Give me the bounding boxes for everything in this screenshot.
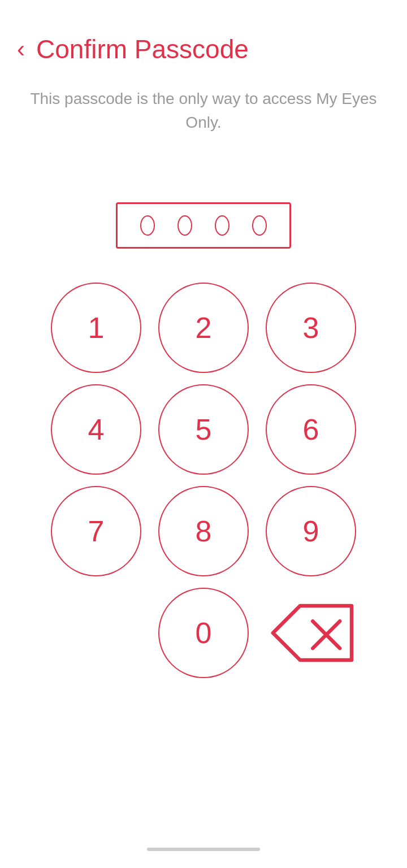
key-5[interactable]: 5 [158,384,249,475]
key-3[interactable]: 3 [266,283,356,373]
subtitle-text: This passcode is the only way to access … [0,87,407,134]
passcode-dot-1 [140,215,155,236]
header: ‹ Confirm Passcode [0,0,407,76]
keypad-row-3: 7 8 9 [28,486,379,576]
page-title: Confirm Passcode [36,34,249,64]
passcode-display [116,202,291,249]
keypad-row-2: 4 5 6 [28,384,379,475]
back-button[interactable]: ‹ [17,37,25,61]
key-7[interactable]: 7 [51,486,141,576]
key-4[interactable]: 4 [51,384,141,475]
keypad-row-4: 0 [28,588,379,678]
passcode-display-wrapper [0,202,407,249]
key-1[interactable]: 1 [51,283,141,373]
bottom-bar [147,848,260,851]
delete-button[interactable] [266,588,356,678]
keypad: 1 2 3 4 5 6 7 8 9 0 [0,283,407,678]
passcode-dot-3 [215,215,230,236]
passcode-dot-4 [252,215,267,236]
passcode-dot-2 [177,215,192,236]
key-empty [51,588,141,678]
key-0[interactable]: 0 [158,588,249,678]
key-2[interactable]: 2 [158,283,249,373]
key-6[interactable]: 6 [266,384,356,475]
delete-icon [266,601,356,665]
key-8[interactable]: 8 [158,486,249,576]
key-9[interactable]: 9 [266,486,356,576]
keypad-row-1: 1 2 3 [28,283,379,373]
